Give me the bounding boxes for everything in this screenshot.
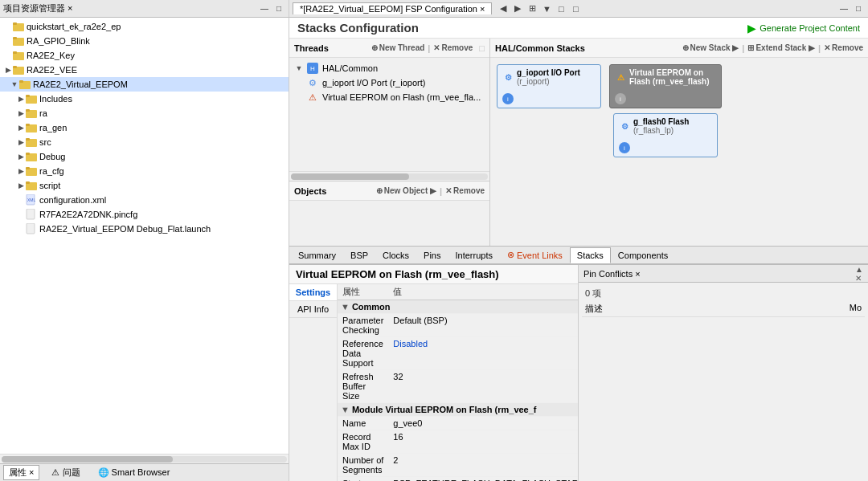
new-stack-btn[interactable]: ⊕ New Stack ▶: [682, 43, 739, 52]
new-object-btn[interactable]: ⊕ New Object ▶: [376, 186, 436, 195]
tree-toggle[interactable]: ▼: [10, 79, 19, 89]
tree-toggle[interactable]: ▶: [16, 108, 26, 118]
tree-item[interactable]: ▶script: [0, 178, 289, 193]
tree-item[interactable]: ▶ra_gen: [0, 120, 289, 135]
tree-item[interactable]: RA2E2_Key: [0, 48, 289, 63]
tree-toggle[interactable]: [3, 22, 13, 31]
tree-toggle[interactable]: [16, 224, 26, 234]
conflict-column-header: 描述 Mo: [582, 301, 865, 317]
tab-interrupts[interactable]: Interrupts: [448, 247, 500, 263]
tree-toggle[interactable]: ▶: [16, 137, 26, 147]
prop-value[interactable]: 16: [388, 430, 578, 454]
remove-stack-btn[interactable]: ✕ Remove: [824, 43, 863, 52]
tree-item-icon: [26, 223, 37, 234]
tab-event-links[interactable]: ⊗ Event Links: [500, 247, 570, 263]
hal-common-label: HAL/Common: [322, 63, 378, 73]
tab-smart-browser[interactable]: 🌐 Smart Browser: [92, 466, 176, 479]
table-row[interactable]: Record Max ID16: [338, 430, 578, 454]
table-row[interactable]: Parameter CheckingDefault (BSP): [338, 314, 578, 337]
maximize-right[interactable]: □: [852, 2, 865, 15]
pin-conflicts-close[interactable]: ✕: [855, 274, 863, 283]
prop-value[interactable]: Disabled: [388, 337, 578, 370]
remove-object-btn[interactable]: ✕ Remove: [445, 186, 485, 195]
ioport-stack-card[interactable]: ⚙ g_ioport I/O Port(r_ioport) i: [497, 64, 601, 108]
tree-item[interactable]: R7FA2E2A72DNK.pincfg: [0, 207, 289, 222]
tree-item[interactable]: ▶ra_cfg: [0, 164, 289, 178]
tree-toggle[interactable]: [16, 195, 26, 205]
section-expand-icon[interactable]: ▼: [341, 302, 350, 312]
vee-stack-card[interactable]: ⚠ Virtual EEPROM onFlash (rm_vee_flash) …: [609, 64, 722, 108]
table-row[interactable]: Reference Data SupportDisabled: [338, 337, 578, 370]
tab-properties[interactable]: 属性 ×: [3, 465, 39, 480]
tree-toggle[interactable]: ▶: [16, 123, 26, 132]
tree-toggle[interactable]: [3, 36, 13, 46]
hal-common-toggle[interactable]: ▼: [294, 63, 304, 73]
project-explorer-tab[interactable]: 项目资源管理器 ×: [3, 2, 72, 14]
tree-item[interactable]: quickstart_ek_ra2e2_ep: [0, 19, 289, 34]
svg-rect-32: [26, 167, 30, 169]
nav-forward-icon[interactable]: ▶: [511, 2, 524, 15]
extend-stack-btn[interactable]: ⊞ Extend Stack ▶: [747, 43, 815, 52]
section-expand-icon[interactable]: ▼: [341, 405, 350, 414]
tab-stacks[interactable]: Stacks: [570, 247, 611, 263]
table-row[interactable]: Nameg_vee0: [338, 417, 578, 430]
ioport-thread-item[interactable]: ⚙ g_ioport I/O Port (r_ioport): [289, 75, 489, 90]
tab-pins[interactable]: Pins: [416, 247, 448, 263]
generate-project-content-btn[interactable]: ▶ Generate Project Content: [747, 22, 860, 35]
svg-text:XML: XML: [27, 198, 36, 202]
vee-thread-item[interactable]: ⚠ Virtual EEPROM on Flash (rm_vee_fla...: [289, 90, 489, 104]
tree-item[interactable]: ▶ra: [0, 106, 289, 120]
tree-item[interactable]: ▶RA2E2_VEE: [0, 63, 289, 77]
pin-conflicts-expand[interactable]: ▲: [855, 265, 863, 274]
nav-collapse-icon[interactable]: □: [555, 2, 567, 15]
table-row[interactable]: Start AddressBSP_FEATURE_FLASH_DATA_FLAS…: [338, 477, 578, 482]
nav-pin-icon[interactable]: □: [569, 2, 582, 15]
tree-toggle[interactable]: [16, 210, 26, 219]
flash-stack-card[interactable]: ⚙ g_flash0 Flash(r_flash_lp) i: [613, 113, 718, 157]
nav-up-icon[interactable]: ⊞: [526, 2, 538, 15]
tree-toggle[interactable]: ▶: [16, 181, 26, 190]
minimize-right[interactable]: —: [837, 2, 850, 15]
new-thread-label: New Thread: [379, 43, 425, 52]
tree-item[interactable]: ▼RA2E2_Virtual_EEPOM: [0, 77, 289, 92]
tree-item[interactable]: RA_GPIO_Blink: [0, 34, 289, 48]
tree-toggle[interactable]: ▶: [3, 65, 13, 75]
prop-value[interactable]: g_vee0: [388, 417, 578, 430]
ioport-info-dot[interactable]: i: [502, 93, 514, 104]
tree-item[interactable]: RA2E2_Virtual_EEPOM Debug_Flat.launch: [0, 222, 289, 236]
prop-value[interactable]: 2: [388, 454, 578, 477]
tab-summary[interactable]: Summary: [291, 247, 343, 263]
new-thread-btn[interactable]: ⊕ New Thread: [371, 43, 425, 52]
vee-info-dot[interactable]: i: [615, 93, 626, 104]
remove-thread-btn[interactable]: ✕ Remove: [433, 43, 473, 52]
nav-back-icon[interactable]: ◀: [497, 2, 510, 15]
tab-problems[interactable]: ⚠ 问题: [46, 465, 85, 480]
prop-value[interactable]: Default (BSP): [388, 314, 578, 337]
prop-value[interactable]: BSP_FEATURE_FLASH_DATA_FLASH_START: [388, 477, 578, 482]
table-row[interactable]: Refresh Buffer Size32: [338, 370, 578, 403]
threads-scrollbar[interactable]: [289, 171, 489, 181]
nav-filter-icon[interactable]: ▼: [540, 2, 553, 15]
tree-item[interactable]: ▶src: [0, 135, 289, 149]
table-row[interactable]: Number of Segments2: [338, 454, 578, 477]
tree-item[interactable]: ▶Includes: [0, 92, 289, 106]
hal-common-thread[interactable]: ▼ H HAL/Common: [289, 61, 489, 75]
tree-toggle[interactable]: ▶: [16, 152, 26, 161]
tree-toggle[interactable]: ▶: [16, 166, 26, 176]
prop-value[interactable]: 32: [388, 370, 578, 403]
tab-settings[interactable]: Settings: [289, 284, 337, 301]
maximize-left[interactable]: □: [272, 2, 285, 15]
tab-bsp[interactable]: BSP: [343, 247, 375, 263]
tree-horizontal-scrollbar[interactable]: [0, 454, 289, 463]
tree-toggle[interactable]: [3, 51, 13, 60]
vee-card-icon: ⚠: [615, 71, 626, 83]
fsp-config-tab[interactable]: *[RA2E2_Virtual_EEPOM] FSP Configuration…: [293, 2, 492, 14]
tab-api-info[interactable]: API Info: [289, 301, 337, 318]
tab-components[interactable]: Components: [611, 247, 675, 263]
tree-toggle[interactable]: ▶: [16, 94, 26, 104]
tab-clocks[interactable]: Clocks: [375, 247, 416, 263]
minimize-left[interactable]: —: [258, 2, 271, 15]
tree-item[interactable]: XMLconfiguration.xml: [0, 193, 289, 207]
flash-info-dot[interactable]: i: [619, 142, 630, 153]
tree-item[interactable]: ▶Debug: [0, 149, 289, 164]
